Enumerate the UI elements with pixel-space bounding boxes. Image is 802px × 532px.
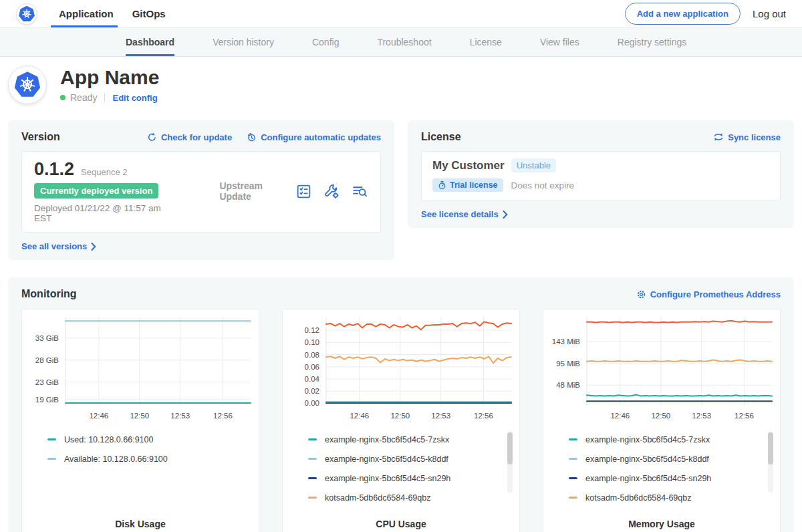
- y-tick-label: 0.06: [305, 363, 319, 371]
- chart-legend: example-nginx-5bc6f5d4c5-7zskxexample-ng…: [545, 430, 779, 517]
- configure-automatic-updates-link[interactable]: Configure automatic updates: [247, 132, 381, 142]
- legend-dash: [47, 458, 56, 460]
- app-header: App Name Ready Edit config: [0, 57, 802, 114]
- legend-scrollbar-thumb[interactable]: [768, 432, 773, 464]
- legend-label: example-nginx-5bc6f5d4c5-7zskx: [585, 435, 710, 444]
- x-tick-label: 12:53: [431, 412, 450, 420]
- charts-row: 33 GiB28 GiB23 GiB19 GiB12:4612:5012:531…: [21, 309, 781, 532]
- version-card-actions: Check for update Configure automatic upd…: [147, 132, 381, 142]
- app-tab-bar: Dashboard Version history Config Trouble…: [0, 28, 802, 57]
- legend-item: example-nginx-5bc6f5d4c5-sn29h: [569, 469, 779, 488]
- see-license-details-label: See license details: [421, 209, 499, 219]
- legend-item: Available: 10.128.0.66:9100: [47, 449, 257, 469]
- legend-label: example-nginx-5bc6f5d4c5-7zskx: [325, 435, 449, 444]
- release-notes-icon[interactable]: [295, 183, 312, 200]
- legend-item: example-nginx-5bc6f5d4c5-k8ddf: [308, 449, 518, 469]
- tab-license[interactable]: License: [470, 28, 502, 56]
- chart-plot: 33 GiB28 GiB23 GiB19 GiB12:4612:5012:531…: [23, 313, 257, 424]
- see-all-versions-link[interactable]: See all versions: [21, 241, 96, 251]
- trial-license-label: Trial license: [450, 180, 498, 190]
- chart-title-disk-usage: Disk Usage: [23, 519, 257, 529]
- top-nav-items: Application GitOps: [59, 0, 184, 27]
- version-action-icons: [295, 183, 368, 200]
- chart-plot: 143 MiB95 MiB48 MiB12:4612:5012:5312:56: [545, 313, 779, 424]
- nav-gitops[interactable]: GitOps: [132, 0, 166, 27]
- sync-license-label: Sync license: [728, 132, 781, 142]
- chart-legend: example-nginx-5bc6f5d4c5-7zskxexample-ng…: [284, 430, 518, 517]
- legend-label: example-nginx-5bc6f5d4c5-sn29h: [585, 474, 711, 483]
- y-tick-label: 28 GiB: [35, 356, 59, 364]
- tab-troubleshoot[interactable]: Troubleshoot: [377, 28, 431, 56]
- kubernetes-logo[interactable]: [16, 3, 37, 25]
- see-all-versions-label: See all versions: [21, 241, 87, 251]
- check-for-update-link[interactable]: Check for update: [147, 132, 232, 142]
- legend-label: Used: 10.128.0.66:9100: [64, 435, 153, 444]
- check-for-update-label: Check for update: [161, 132, 232, 142]
- sync-icon: [713, 132, 724, 142]
- x-tick-label: 12:50: [651, 412, 670, 420]
- tab-config[interactable]: Config: [312, 28, 339, 56]
- legend-item: kotsadm-5db6dc6584-69qbz: [569, 488, 779, 507]
- license-expiry: Does not expire: [511, 180, 575, 190]
- edit-config-link[interactable]: Edit config: [112, 93, 157, 103]
- chart-plot: 0.120.100.080.060.040.020.0012:4612:5012…: [284, 313, 518, 424]
- tab-registry-settings[interactable]: Registry settings: [618, 28, 686, 56]
- legend-label: kotsadm-5db6dc6584-69qbz: [585, 493, 691, 503]
- legend-label: example-nginx-5bc6f5d4c5-sn29h: [325, 474, 450, 483]
- version-sequence: Sequence 2: [81, 167, 127, 177]
- y-tick-label: 0.08: [305, 351, 319, 359]
- legend-scrollbar[interactable]: [768, 431, 773, 493]
- nav-application[interactable]: Application: [59, 0, 114, 27]
- current-version-panel: 0.1.2 Sequence 2 Currently deployed vers…: [21, 151, 381, 233]
- legend-item: example-nginx-5bc6f5d4c5-7zskx: [308, 430, 518, 449]
- tab-version-history[interactable]: Version history: [213, 28, 274, 56]
- version-source-label: Upstream Update: [219, 180, 295, 202]
- chevron-right-icon: [91, 243, 96, 251]
- legend-dash: [47, 438, 56, 440]
- tab-view-files[interactable]: View files: [540, 28, 579, 56]
- configure-prometheus-label: Configure Prometheus Address: [650, 289, 781, 299]
- tab-dashboard[interactable]: Dashboard: [126, 28, 174, 56]
- legend-item: example-nginx-5bc6f5d4c5-sn29h: [308, 469, 518, 488]
- legend-label: kotsadm-5db6dc6584-69qbz: [325, 493, 430, 503]
- chart-panel-cpu-usage: 0.120.100.080.060.040.020.0012:4612:5012…: [282, 309, 520, 532]
- app-kubernetes-icon: [13, 71, 41, 99]
- monitoring-header: Monitoring Configure Prometheus Address: [21, 287, 781, 301]
- current-version-info: 0.1.2 Sequence 2 Currently deployed vers…: [34, 159, 178, 223]
- legend-label: example-nginx-5bc6f5d4c5-k8ddf: [585, 454, 709, 464]
- status-ready-dot: [60, 95, 65, 100]
- sync-license-link[interactable]: Sync license: [713, 132, 781, 142]
- legend-item: kotsadm-5db6dc6584-69qbz: [308, 488, 518, 507]
- y-tick-label: 0.10: [305, 338, 319, 346]
- version-card-title: Version: [21, 131, 60, 143]
- chevron-right-icon: [503, 211, 508, 219]
- configure-prometheus-link[interactable]: Configure Prometheus Address: [636, 289, 781, 299]
- legend-dash: [308, 438, 317, 440]
- legend-dash: [569, 458, 577, 460]
- logout-link[interactable]: Log out: [753, 8, 786, 19]
- legend-scrollbar-thumb[interactable]: [507, 432, 513, 464]
- x-tick-label: 12:53: [170, 412, 190, 420]
- trial-license-badge: Trial license: [432, 178, 503, 192]
- add-application-button[interactable]: Add a new application: [625, 3, 741, 25]
- license-type-row: Trial license Does not expire: [432, 178, 769, 192]
- config-wrench-icon[interactable]: [323, 183, 340, 200]
- version-card: Version Check for update: [8, 120, 394, 260]
- kubernetes-logo-icon: [18, 5, 35, 23]
- channel-badge: Unstable: [511, 158, 556, 172]
- app-status-text: Ready: [70, 92, 97, 103]
- legend-item: example-nginx-5bc6f5d4c5-7zskx: [569, 430, 779, 449]
- deploy-logs-icon[interactable]: [352, 183, 368, 200]
- top-nav: Application GitOps Add a new application…: [0, 0, 802, 28]
- version-card-footer: See all versions: [21, 240, 381, 252]
- customer-name: My Customer: [432, 159, 505, 172]
- legend-scrollbar[interactable]: [507, 431, 513, 493]
- y-tick-label: 48 MiB: [556, 381, 580, 389]
- license-customer-row: My Customer Unstable: [432, 158, 769, 172]
- configure-automatic-updates-label: Configure automatic updates: [261, 132, 381, 142]
- chart-title-cpu-usage: CPU Usage: [284, 519, 518, 529]
- x-tick-label: 12:46: [610, 412, 630, 420]
- nav-gitops-label: GitOps: [132, 8, 166, 19]
- see-license-details-link[interactable]: See license details: [421, 209, 508, 219]
- legend-dash: [569, 477, 577, 479]
